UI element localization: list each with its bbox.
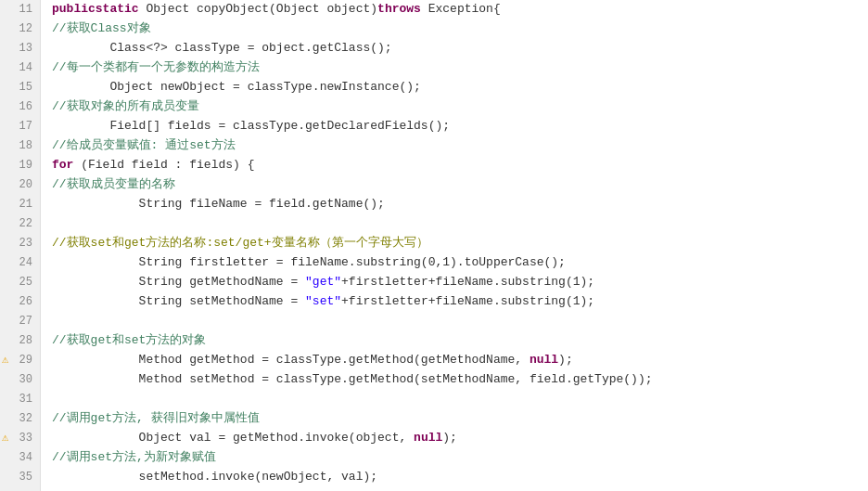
- line-number-20: 20: [0, 175, 41, 195]
- code-line-14: 14 //每一个类都有一个无参数的构造方法: [0, 58, 868, 78]
- code-content-17: Field[] fields = classType.getDeclaredFi…: [41, 117, 868, 136]
- code-content-25: String getMethodName = "get"+firstletter…: [41, 273, 868, 292]
- line-number-22: 22: [0, 214, 41, 234]
- code-lines: 11public static Object copyObject(Object…: [0, 0, 868, 491]
- code-content-27: [41, 312, 868, 331]
- code-content-28: //获取get和set方法的对象: [41, 331, 868, 351]
- code-line-20: 20 //获取成员变量的名称: [0, 175, 868, 195]
- code-content-20: //获取成员变量的名称: [41, 175, 868, 195]
- code-line-24: 24 String firstletter = fileName.substri…: [0, 253, 868, 273]
- line-number-14: 14: [0, 58, 41, 78]
- line-number-28: 28: [0, 331, 41, 351]
- line-number-25: 25: [0, 273, 41, 292]
- code-content-19: for (Field field : fields) {: [41, 156, 868, 175]
- code-content-15: Object newObject = classType.newInstance…: [41, 78, 868, 97]
- code-content-31: [41, 390, 868, 409]
- line-number-18: 18: [0, 136, 41, 156]
- code-line-13: 13 Class<?> classType = object.getClass(…: [0, 39, 868, 58]
- line-number-19: 19: [0, 156, 41, 175]
- code-content-29: Method getMethod = classType.getMethod(g…: [41, 351, 868, 370]
- code-line-15: 15 Object newObject = classType.newInsta…: [0, 78, 868, 97]
- line-number-24: 24: [0, 253, 41, 273]
- line-number-34: 34: [0, 448, 41, 468]
- code-line-18: 18 //给成员变量赋值: 通过set方法: [0, 136, 868, 156]
- code-line-35: 35 setMethod.invoke(newObject, val);: [0, 468, 868, 487]
- line-number-17: 17: [0, 117, 41, 136]
- code-line-26: 26 String setMethodName = "set"+firstlet…: [0, 292, 868, 312]
- code-line-33: 33 Object val = getMethod.invoke(object,…: [0, 429, 868, 448]
- code-line-23: 23 //获取set和get方法的名称:set/get+变量名称（第一个字母大写…: [0, 234, 868, 253]
- code-line-32: 32 //调用get方法, 获得旧对象中属性值: [0, 409, 868, 429]
- line-number-15: 15: [0, 78, 41, 97]
- code-content-23: //获取set和get方法的名称:set/get+变量名称（第一个字母大写）: [41, 234, 868, 253]
- code-content-14: //每一个类都有一个无参数的构造方法: [41, 58, 868, 78]
- code-line-30: 30 Method setMethod = classType.getMetho…: [0, 370, 868, 390]
- code-content-21: String fileName = field.getName();: [41, 195, 868, 214]
- line-number-23: 23: [0, 234, 41, 253]
- code-line-11: 11public static Object copyObject(Object…: [0, 0, 868, 19]
- line-number-11: 11: [0, 0, 41, 19]
- code-content-24: String firstletter = fileName.substring(…: [41, 253, 868, 273]
- code-content-36: [41, 487, 868, 491]
- line-number-33: 33: [0, 429, 41, 448]
- code-line-21: 21 String fileName = field.getName();: [0, 195, 868, 214]
- code-content-26: String setMethodName = "set"+firstletter…: [41, 292, 868, 312]
- code-line-29: 29 Method getMethod = classType.getMetho…: [0, 351, 868, 370]
- code-content-22: [41, 214, 868, 234]
- code-line-25: 25 String getMethodName = "get"+firstlet…: [0, 273, 868, 292]
- code-line-36: 36: [0, 487, 868, 491]
- code-content-32: //调用get方法, 获得旧对象中属性值: [41, 409, 868, 429]
- line-number-27: 27: [0, 312, 41, 331]
- code-content-16: //获取对象的所有成员变量: [41, 97, 868, 117]
- code-content-18: //给成员变量赋值: 通过set方法: [41, 136, 868, 156]
- line-number-29: 29: [0, 351, 41, 370]
- line-number-12: 12: [0, 19, 41, 39]
- line-number-16: 16: [0, 97, 41, 117]
- line-number-31: 31: [0, 390, 41, 409]
- code-line-17: 17 Field[] fields = classType.getDeclare…: [0, 117, 868, 136]
- code-line-22: 22: [0, 214, 868, 234]
- code-content-13: Class<?> classType = object.getClass();: [41, 39, 868, 58]
- code-content-11: public static Object copyObject(Object o…: [41, 0, 868, 19]
- line-number-21: 21: [0, 195, 41, 214]
- line-number-13: 13: [0, 39, 41, 58]
- line-number-30: 30: [0, 370, 41, 390]
- line-number-26: 26: [0, 292, 41, 312]
- code-line-31: 31: [0, 390, 868, 409]
- line-number-36: 36: [0, 487, 41, 491]
- code-content-35: setMethod.invoke(newObject, val);: [41, 468, 868, 487]
- code-content-34: //调用set方法,为新对象赋值: [41, 448, 868, 468]
- code-content-30: Method setMethod = classType.getMethod(s…: [41, 370, 868, 390]
- code-line-12: 12 //获取Class对象: [0, 19, 868, 39]
- code-line-27: 27: [0, 312, 868, 331]
- line-number-35: 35: [0, 468, 41, 487]
- code-line-19: 19 for (Field field : fields) {: [0, 156, 868, 175]
- line-number-32: 32: [0, 409, 41, 429]
- code-line-28: 28 //获取get和set方法的对象: [0, 331, 868, 351]
- code-line-16: 16 //获取对象的所有成员变量: [0, 97, 868, 117]
- code-content-12: //获取Class对象: [41, 19, 868, 39]
- code-line-34: 34 //调用set方法,为新对象赋值: [0, 448, 868, 468]
- code-content-33: Object val = getMethod.invoke(object, nu…: [41, 429, 868, 448]
- code-editor: 11public static Object copyObject(Object…: [0, 0, 868, 491]
